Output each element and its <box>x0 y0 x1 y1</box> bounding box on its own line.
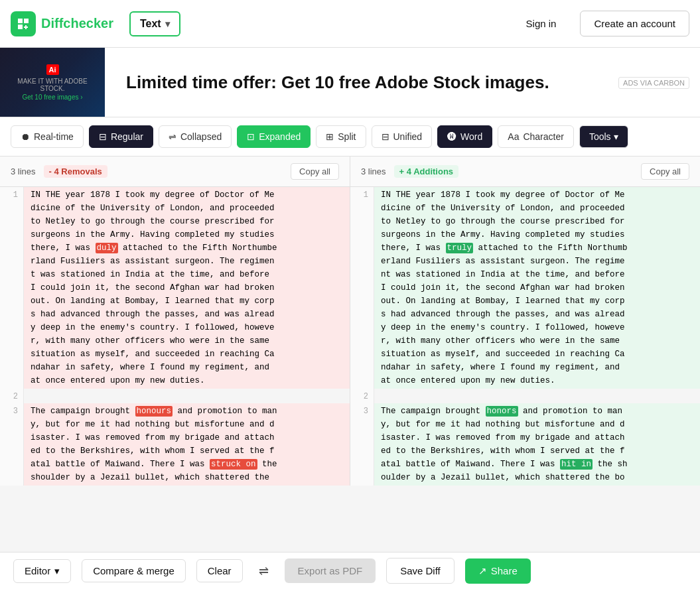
line-text: IN THE year 1878 I took my degree of Doc… <box>24 187 350 389</box>
collapsed-icon: ⇌ <box>169 131 176 142</box>
compare-merge-button[interactable]: Compare & merge <box>82 559 186 582</box>
tools-chevron-icon: ▾ <box>614 131 618 142</box>
table-row: 1 IN THE year 1878 I took my degree of D… <box>350 187 700 389</box>
chevron-down-icon: ▾ <box>165 19 170 29</box>
main-content: 3 lines - 4 Removals Copy all 1 IN THE y… <box>0 157 700 523</box>
ad-content: Limited time offer: Get 10 free Adobe St… <box>105 72 618 93</box>
left-diff-pane: 3 lines - 4 Removals Copy all 1 IN THE y… <box>0 157 350 486</box>
left-copy-all-button[interactable]: Copy all <box>291 163 339 180</box>
diff-wrapper: 3 lines - 4 Removals Copy all 1 IN THE y… <box>0 157 700 486</box>
text-dropdown[interactable]: Text ▾ <box>129 11 180 36</box>
right-diff-header: 3 lines + 4 Additions Copy all <box>350 157 700 187</box>
ad-banner[interactable]: Ai MAKE IT WITH ADOBE STOCK. Get 10 free… <box>0 48 700 117</box>
line-number: 1 <box>350 187 374 389</box>
adobe-logo: Ai <box>46 64 59 75</box>
logo-icon <box>11 11 36 36</box>
bottom-toolbar: Editor ▾ Compare & merge Clear ⇌ Export … <box>0 552 700 589</box>
table-row: 1 IN THE year 1878 I took my degree of D… <box>0 187 350 389</box>
unified-mode-button[interactable]: ⊟ Unified <box>372 125 433 148</box>
word-mode-button[interactable]: 🅦 Word <box>437 125 492 148</box>
split-mode-button[interactable]: ⊞ Split <box>316 125 366 148</box>
line-text: The campaign brought honours and promoti… <box>24 403 350 486</box>
line-text: The campaign brought honors and promotio… <box>374 403 700 486</box>
right-lines-count: 3 lines <box>361 166 386 176</box>
word-icon: 🅦 <box>447 131 456 142</box>
ad-cta: Get 10 free images › <box>22 94 82 101</box>
left-diff-content: 1 IN THE year 1878 I took my degree of D… <box>0 187 350 486</box>
line-text <box>24 389 350 403</box>
table-row: 3 The campaign brought honors and promot… <box>350 403 700 486</box>
right-diff-pane: 3 lines + 4 Additions Copy all 1 IN THE … <box>350 157 700 486</box>
share-icon: ↗ <box>478 565 487 577</box>
character-mode-button[interactable]: Aa Character <box>498 125 574 148</box>
ad-tagline: MAKE IT WITH ADOBE STOCK. <box>5 78 100 92</box>
realtime-icon: ⏺ <box>21 131 30 142</box>
ad-image: Ai MAKE IT WITH ADOBE STOCK. Get 10 free… <box>0 48 105 117</box>
tools-button[interactable]: Tools ▾ <box>579 125 628 148</box>
ads-via: ADS VIA CARBON <box>618 76 700 88</box>
save-diff-button[interactable]: Save Diff <box>386 558 455 584</box>
table-row: 2 <box>0 389 350 403</box>
ad-title: Limited time offer: Get 10 free Adobe St… <box>126 72 597 93</box>
line-number: 3 <box>0 403 24 486</box>
table-row: 2 <box>350 389 700 403</box>
left-lines-count: 3 lines <box>11 166 36 176</box>
sign-in-button[interactable]: Sign in <box>513 11 570 36</box>
line-text: IN THE year 1878 I took my degree of Doc… <box>374 187 700 389</box>
right-copy-all-button[interactable]: Copy all <box>641 163 689 180</box>
character-icon: Aa <box>508 131 519 142</box>
clear-button[interactable]: Clear <box>196 559 243 582</box>
right-diff-content: 1 IN THE year 1878 I took my degree of D… <box>350 187 700 486</box>
editor-chevron-icon: ▾ <box>54 565 60 577</box>
realtime-mode-button[interactable]: ⏺ Real-time <box>11 125 84 148</box>
line-number: 1 <box>0 187 24 389</box>
additions-badge: + 4 Additions <box>394 165 459 178</box>
collapsed-mode-button[interactable]: ⇌ Collapsed <box>159 125 232 148</box>
export-pdf-button[interactable]: Export as PDF <box>285 558 376 583</box>
line-number: 3 <box>350 403 374 486</box>
ads-via-label: ADS VIA CARBON <box>618 77 689 89</box>
share-button[interactable]: ↗ Share <box>465 558 531 584</box>
unified-icon: ⊟ <box>382 131 389 142</box>
expanded-mode-button[interactable]: ⊡ Expanded <box>237 125 311 148</box>
editor-label: Editor <box>25 565 50 576</box>
regular-mode-button[interactable]: ⊟ Regular <box>89 125 153 148</box>
line-text <box>374 389 700 403</box>
logo-text: Diffchecker <box>41 16 113 31</box>
mode-toolbar: ⏺ Real-time ⊟ Regular ⇌ Collapsed ⊡ Expa… <box>0 117 700 157</box>
left-diff-header: 3 lines - 4 Removals Copy all <box>0 157 350 187</box>
table-row: 3 The campaign brought honours and promo… <box>0 403 350 486</box>
text-label: Text <box>140 18 161 30</box>
regular-icon: ⊟ <box>99 131 107 142</box>
removals-badge: - 4 Removals <box>44 165 107 178</box>
create-account-button[interactable]: Create an account <box>580 11 689 36</box>
expanded-icon: ⊡ <box>247 131 255 142</box>
swap-button[interactable]: ⇌ <box>253 558 274 584</box>
logo[interactable]: Diffchecker <box>11 11 113 36</box>
header: Diffchecker Text ▾ Sign in Create an acc… <box>0 0 700 48</box>
split-icon: ⊞ <box>326 131 334 142</box>
line-number: 2 <box>0 389 24 403</box>
editor-button[interactable]: Editor ▾ <box>13 559 71 583</box>
line-number: 2 <box>350 389 374 403</box>
